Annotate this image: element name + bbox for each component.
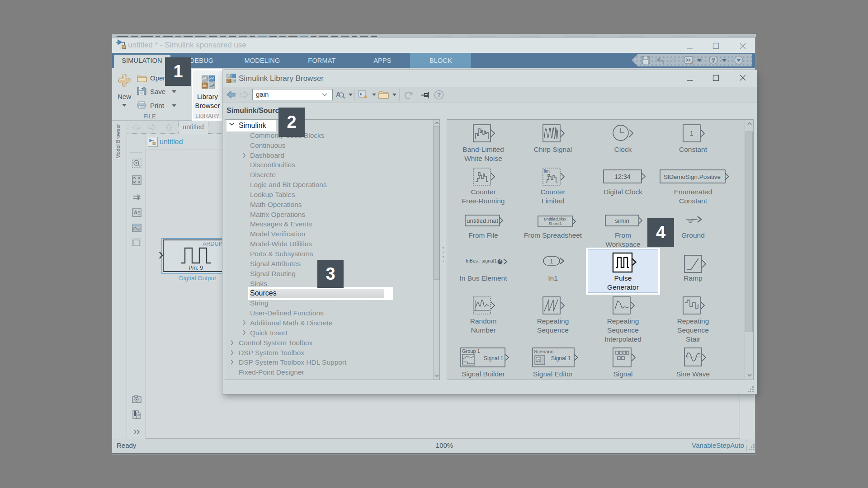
svg-text:Scenario: Scenario xyxy=(534,349,553,354)
svg-text:simin: simin xyxy=(615,217,629,224)
svg-text:lim: lim xyxy=(544,169,550,174)
svg-text:1: 1 xyxy=(550,258,553,265)
svg-text:12:34: 12:34 xyxy=(614,173,630,180)
svg-text:Signal 1: Signal 1 xyxy=(484,355,504,361)
svg-text:A: A xyxy=(134,210,137,215)
svg-text:?: ? xyxy=(712,57,715,64)
svg-text:SlDemoSign.Positive: SlDemoSign.Positive xyxy=(664,174,721,180)
svg-text:Signal 1: Signal 1 xyxy=(551,355,571,361)
svg-text:Sheet1: Sheet1 xyxy=(548,221,562,226)
svg-text:Group 1: Group 1 xyxy=(462,348,480,354)
svg-text:1: 1 xyxy=(690,130,693,137)
svg-text:?: ? xyxy=(437,91,441,99)
svg-text:untitled.mat: untitled.mat xyxy=(467,217,498,224)
